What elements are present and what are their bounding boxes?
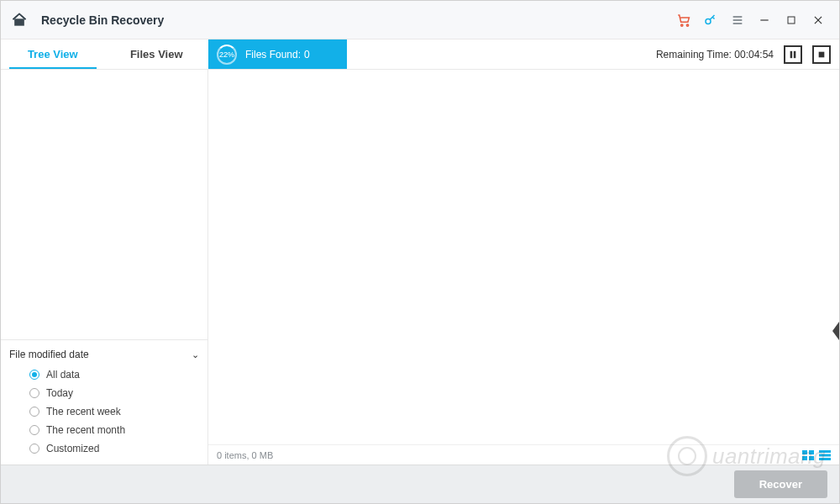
svg-rect-11 (794, 50, 796, 57)
remaining-time-label: Remaining Time: (656, 49, 732, 60)
radio-icon (29, 444, 39, 454)
view-grid-button[interactable] (802, 450, 814, 460)
filter-section: File modified date ⌄ All data Today The … (1, 339, 207, 465)
grid-icon (802, 450, 814, 460)
key-button[interactable] (698, 8, 723, 33)
recover-button-label: Recover (759, 478, 802, 491)
status-summary: 0 items, 0 MB (217, 450, 273, 460)
filter-option-recent-month[interactable]: The recent month (9, 421, 199, 439)
filter-option-recent-week[interactable]: The recent week (9, 402, 199, 421)
tab-files-view[interactable]: Files View (105, 39, 209, 69)
svg-rect-12 (819, 51, 825, 57)
minimize-icon (759, 14, 770, 26)
svg-rect-7 (788, 17, 795, 24)
recover-button[interactable]: Recover (734, 470, 827, 498)
maximize-icon (786, 15, 796, 25)
list-icon (819, 450, 831, 460)
filter-option-label: The recent week (46, 406, 121, 417)
filter-option-label: The recent month (46, 424, 125, 436)
svg-rect-13 (802, 450, 807, 454)
files-found-value: 0 (304, 49, 310, 60)
svg-rect-10 (790, 50, 793, 57)
maximize-button[interactable] (779, 8, 804, 33)
view-tabs: Tree View Files View (1, 39, 208, 69)
tab-tree-view[interactable]: Tree View (1, 39, 105, 69)
remaining-time: Remaining Time: 00:04:54 (656, 49, 774, 60)
svg-rect-17 (819, 450, 831, 453)
files-found-label: Files Found: (245, 49, 301, 60)
minimize-button[interactable] (752, 8, 777, 33)
chevron-down-icon: ⌄ (192, 349, 199, 360)
page-title: Recycle Bin Recovery (41, 13, 164, 27)
stop-button[interactable] (812, 45, 831, 64)
remaining-time-value: 00:04:54 (734, 49, 774, 60)
svg-rect-19 (819, 458, 831, 460)
file-list-empty (208, 70, 839, 444)
svg-rect-15 (802, 456, 807, 460)
filter-option-today[interactable]: Today (9, 384, 199, 402)
filter-section-label: File modified date (9, 349, 89, 360)
tree-area (1, 70, 207, 339)
cart-button[interactable] (671, 8, 696, 33)
close-button[interactable] (806, 8, 831, 33)
footer: Recover (1, 465, 839, 503)
title-bar: Recycle Bin Recovery (1, 1, 839, 39)
stop-icon (817, 50, 826, 59)
svg-point-0 (681, 24, 683, 25)
progress-percent: 22% (219, 50, 234, 59)
menu-icon (731, 13, 744, 27)
filter-option-label: Customized (46, 443, 99, 454)
radio-icon (29, 370, 39, 380)
body: File modified date ⌄ All data Today The … (1, 70, 839, 465)
svg-rect-18 (819, 454, 831, 456)
status-bar: 0 items, 0 MB (208, 444, 839, 465)
home-button[interactable] (9, 10, 29, 30)
cart-icon (676, 13, 691, 28)
radio-icon (29, 388, 39, 398)
svg-point-2 (706, 18, 711, 24)
key-icon (703, 13, 718, 28)
filter-option-customized[interactable]: Customized (9, 439, 199, 458)
tab-files-label: Files View (130, 48, 183, 60)
radio-icon (29, 425, 39, 435)
filter-header[interactable]: File modified date ⌄ (9, 345, 199, 365)
tab-tree-label: Tree View (28, 48, 78, 60)
filter-option-label: Today (46, 387, 73, 399)
close-icon (812, 14, 824, 26)
scan-right-info: Remaining Time: 00:04:54 (347, 39, 839, 69)
pause-icon (789, 50, 797, 59)
main-panel: 0 items, 0 MB (208, 70, 839, 465)
sub-bar: Tree View Files View 22% Files Found: 0 … (1, 39, 839, 70)
scan-progress-bar: 22% Files Found: 0 (208, 39, 347, 69)
radio-icon (29, 407, 39, 417)
sidebar: File modified date ⌄ All data Today The … (1, 70, 208, 465)
svg-rect-16 (809, 456, 814, 460)
svg-rect-14 (809, 450, 814, 454)
app-window: Recycle Bin Recovery Tree View Files Vie… (0, 0, 840, 504)
menu-button[interactable] (725, 8, 750, 33)
pause-button[interactable] (784, 45, 802, 64)
svg-point-1 (686, 24, 688, 25)
filter-option-label: All data (46, 369, 80, 381)
progress-circle: 22% (217, 45, 237, 65)
filter-option-all-data[interactable]: All data (9, 365, 199, 384)
home-icon (11, 12, 28, 29)
view-list-button[interactable] (819, 450, 831, 460)
